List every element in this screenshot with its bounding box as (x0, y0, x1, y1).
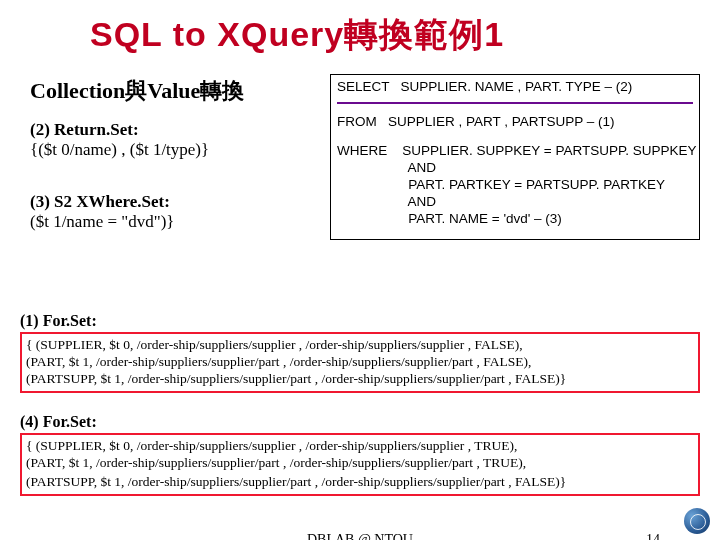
sql-where-line5: PART. NAME = 'dvd' – (3) (337, 211, 693, 228)
forset-1-body: { (SUPPLIER, $t 0, /order-ship/suppliers… (20, 332, 700, 393)
forset4-line1: { (SUPPLIER, $t 0, /order-ship/suppliers… (26, 438, 694, 455)
logo-icon (684, 508, 710, 534)
forset-4-section: (4) For.Set: { (SUPPLIER, $t 0, /order-s… (20, 413, 700, 497)
sql-where-line4: AND (337, 194, 693, 211)
forset-4-body: { (SUPPLIER, $t 0, /order-ship/suppliers… (20, 433, 700, 497)
forset1-line3: (PARTSUPP, $t 1, /order-ship/suppliers/s… (26, 371, 694, 388)
forset-4-highlight: { (SUPPLIER, $t 0, /order-ship/suppliers… (20, 433, 700, 475)
forset1-line2: (PART, $t 1, /order-ship/suppliers/suppl… (26, 354, 694, 371)
sql-where-line2: AND (337, 160, 693, 177)
return-set-head: (2) Return.Set: (30, 120, 290, 140)
forset-1-section: (1) For.Set: { (SUPPLIER, $t 0, /order-s… (20, 312, 700, 393)
where-set-head: (3) S2 XWhere.Set: (30, 192, 290, 212)
slide-title: SQL to XQuery轉換範例1 (0, 0, 720, 66)
sql-select: SELECT SUPPLIER. NAME , PART. TYPE – (2) (337, 79, 693, 96)
sql-from: FROM SUPPLIER , PART , PARTSUPP – (1) (337, 114, 693, 131)
sql-where-line3: PART. PARTKEY = PARTSUPP. PARTKEY (337, 177, 693, 194)
forset4-line2: (PART, $t 1, /order-ship/suppliers/suppl… (26, 455, 694, 472)
forset4-line3: (PARTSUPP, $t 1, /order-ship/suppliers/s… (26, 474, 694, 491)
where-set-block: (3) S2 XWhere.Set: ($t 1/name = "dvd")} (30, 192, 290, 232)
footer-center: DBLAB @ NTOU (307, 532, 413, 540)
sql-where-line1: WHERE SUPPLIER. SUPPKEY = PARTSUPP. SUPP… (337, 143, 693, 160)
forset-1-head: (1) For.Set: (20, 312, 700, 330)
sql-statement-box: SELECT SUPPLIER. NAME , PART. TYPE – (2)… (330, 74, 700, 240)
return-set-body: {($t 0/name) , ($t 1/type)} (30, 140, 290, 160)
forset-4-head: (4) For.Set: (20, 413, 700, 431)
page-number: 14 (646, 532, 660, 540)
return-set-block: (2) Return.Set: {($t 0/name) , ($t 1/typ… (30, 120, 290, 160)
where-set-body: ($t 1/name = "dvd")} (30, 212, 290, 232)
forset1-line1: { (SUPPLIER, $t 0, /order-ship/suppliers… (26, 337, 694, 354)
forset-4-rest: (PARTSUPP, $t 1, /order-ship/suppliers/s… (20, 474, 700, 496)
left-definitions: (2) Return.Set: {($t 0/name) , ($t 1/typ… (30, 120, 290, 264)
